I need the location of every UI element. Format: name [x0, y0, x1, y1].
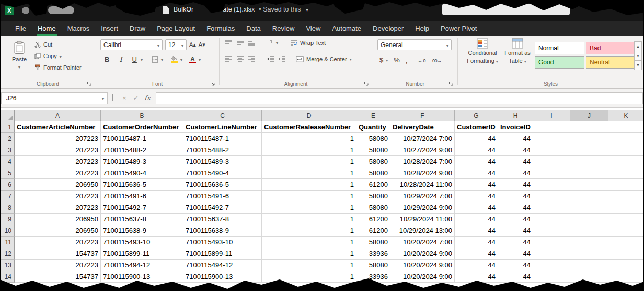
- cell-B7[interactable]: 7100115491-6: [101, 191, 183, 202]
- tab-page-layout[interactable]: Page Layout: [151, 21, 201, 36]
- cell-I10[interactable]: [533, 225, 570, 237]
- row-header-11[interactable]: 11: [0, 237, 15, 248]
- tab-insert[interactable]: Insert: [95, 21, 124, 36]
- cell-I2[interactable]: [533, 133, 570, 144]
- format-as-table-dropdown-icon[interactable]: [524, 58, 526, 64]
- cell-D5[interactable]: 1: [262, 167, 356, 179]
- copy-dropdown-icon[interactable]: [60, 53, 62, 59]
- cell-I9[interactable]: [533, 214, 570, 225]
- comma-style-button[interactable]: ,: [406, 55, 408, 64]
- font-size-dropdown-icon[interactable]: [181, 42, 183, 48]
- cell-D2[interactable]: 1: [262, 133, 356, 144]
- decrease-indent-icon[interactable]: [267, 55, 274, 62]
- column-header-K[interactable]: K: [608, 110, 644, 121]
- cell-J6[interactable]: [570, 179, 608, 191]
- cell-H8[interactable]: 44: [498, 202, 533, 214]
- cell-B3[interactable]: 7100115488-2: [101, 144, 183, 156]
- select-all-corner[interactable]: [0, 110, 15, 121]
- cancel-button[interactable]: ×: [119, 92, 130, 104]
- tab-draw[interactable]: Draw: [124, 21, 151, 36]
- cell-B8[interactable]: 7100115492-7: [101, 202, 183, 214]
- cell-K1[interactable]: [608, 121, 644, 133]
- tab-review[interactable]: Review: [267, 21, 301, 36]
- number-format-dropdown-icon[interactable]: [446, 42, 448, 48]
- cell-H5[interactable]: 44: [498, 167, 533, 179]
- increase-indent-icon[interactable]: [278, 55, 286, 62]
- column-header-I[interactable]: I: [533, 110, 570, 121]
- cell-F4[interactable]: 10/28/2024 7:00: [390, 156, 455, 167]
- cell-F6[interactable]: 10/28/2024 11:00: [390, 179, 455, 191]
- cell-K12[interactable]: [608, 248, 644, 260]
- column-header-G[interactable]: G: [455, 110, 498, 121]
- cell-A5[interactable]: 207223: [15, 167, 101, 179]
- title-dropdown-icon[interactable]: [306, 6, 308, 13]
- cell-I3[interactable]: [533, 144, 570, 156]
- row-header-12[interactable]: 12: [0, 248, 15, 260]
- cell-J14[interactable]: [570, 271, 608, 283]
- borders-dropdown-icon[interactable]: [161, 57, 163, 62]
- grow-font-button[interactable]: [189, 41, 196, 48]
- cell-I13[interactable]: [533, 260, 570, 271]
- cell-G12[interactable]: 44: [455, 248, 498, 260]
- column-header-F[interactable]: F: [390, 110, 455, 121]
- cell-G5[interactable]: 44: [455, 167, 498, 179]
- cell-F5[interactable]: 10/28/2024 9:00: [390, 167, 455, 179]
- cell-H4[interactable]: 44: [498, 156, 533, 167]
- cell-H11[interactable]: 44: [498, 237, 533, 248]
- cell-C6[interactable]: 7100115636-5: [183, 179, 262, 191]
- cell-K10[interactable]: [608, 225, 644, 237]
- cell-G9[interactable]: 44: [455, 214, 498, 225]
- cell-D9[interactable]: 1: [262, 214, 356, 225]
- cell-C14[interactable]: 7100115900-13: [183, 271, 262, 283]
- font-family-dropdown-icon[interactable]: [157, 42, 159, 48]
- cell-F8[interactable]: 10/29/2024 9:00: [390, 202, 455, 214]
- gallery-scroll-up-icon[interactable]: ▲: [634, 41, 642, 51]
- wrap-text-button[interactable]: Wrap Text: [290, 40, 326, 46]
- cell-A11[interactable]: 207223: [15, 237, 101, 248]
- cell-I7[interactable]: [533, 191, 570, 202]
- cell-F3[interactable]: 10/27/2024 9:00: [390, 144, 455, 156]
- accounting-format-button[interactable]: $: [380, 56, 388, 64]
- cell-B10[interactable]: 7100115638-9: [101, 225, 183, 237]
- cell-C10[interactable]: 7100115638-9: [183, 225, 262, 237]
- window-title[interactable]: BulkOr ate (1).xlsx • Saved to this: [174, 0, 308, 19]
- align-right-icon[interactable]: [248, 55, 256, 62]
- shrink-font-button[interactable]: [199, 41, 205, 48]
- cell-B2[interactable]: 7100115487-1: [101, 133, 183, 144]
- cell-E14[interactable]: 33936: [356, 271, 390, 283]
- cell-K11[interactable]: [608, 237, 644, 248]
- cell-J8[interactable]: [570, 202, 608, 214]
- font-family-select[interactable]: Calibri: [100, 39, 163, 50]
- cell-F1[interactable]: DeliveryDate: [390, 121, 455, 133]
- excel-logo-icon[interactable]: X: [5, 6, 14, 15]
- cell-D10[interactable]: 1: [262, 225, 356, 237]
- cell-C8[interactable]: 7100115492-7: [183, 202, 262, 214]
- cell-I5[interactable]: [533, 167, 570, 179]
- tab-automate[interactable]: Automate: [326, 21, 367, 36]
- cell-D3[interactable]: 1: [262, 144, 356, 156]
- row-header-3[interactable]: 3: [0, 144, 15, 156]
- row-header-13[interactable]: 13: [0, 260, 15, 271]
- cell-H6[interactable]: 44: [498, 179, 533, 191]
- cell-E9[interactable]: 61200: [356, 214, 390, 225]
- number-format-select[interactable]: General: [377, 39, 452, 50]
- paste-dropdown-icon[interactable]: [18, 64, 20, 70]
- cell-H14[interactable]: 44: [498, 271, 533, 283]
- cell-B1[interactable]: CustomerOrderNumber: [101, 121, 183, 133]
- decrease-decimal-button[interactable]: [431, 57, 442, 63]
- cell-J5[interactable]: [570, 167, 608, 179]
- cell-C12[interactable]: 7100115899-11: [183, 248, 262, 260]
- align-middle-icon[interactable]: [236, 39, 244, 46]
- cell-D4[interactable]: 1: [262, 156, 356, 167]
- cell-K3[interactable]: [608, 144, 644, 156]
- formula-input[interactable]: [156, 92, 643, 104]
- cell-F13[interactable]: 10/20/2024 9:00: [390, 260, 455, 271]
- cell-H13[interactable]: 44: [498, 260, 533, 271]
- tab-power-pivot[interactable]: Power Pivot: [435, 21, 482, 36]
- cell-G7[interactable]: 44: [455, 191, 498, 202]
- cell-J11[interactable]: [570, 237, 608, 248]
- cell-C13[interactable]: 7100115494-12: [183, 260, 262, 271]
- cell-F10[interactable]: 10/29/2024 13:00: [390, 225, 455, 237]
- paste-button[interactable]: Paste: [7, 39, 31, 76]
- cell-E10[interactable]: 61200: [356, 225, 390, 237]
